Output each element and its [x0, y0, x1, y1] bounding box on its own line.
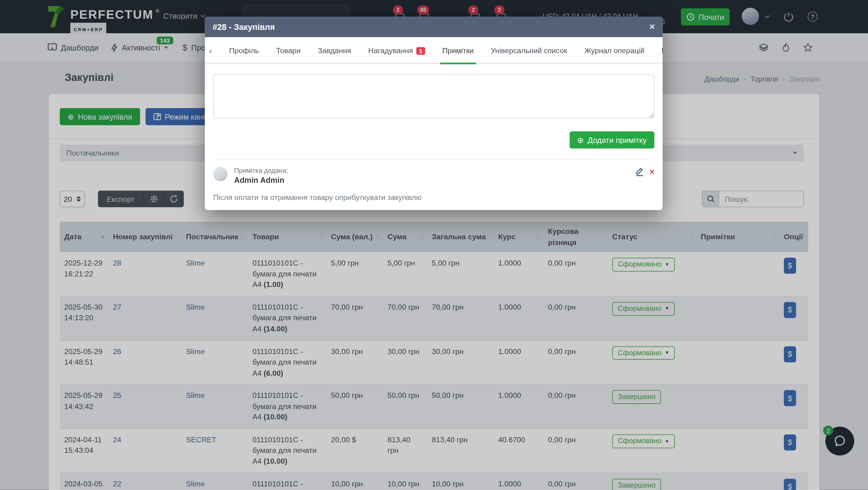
tab-5[interactable]: Примітки: [442, 37, 473, 64]
note-item: Примітка додана: Admin Admin ×: [213, 167, 654, 184]
note-text: Після оплати та отримання товару оприбут…: [213, 193, 654, 202]
tab-count-badge: 1: [416, 47, 425, 55]
tabs-scroll-left-icon[interactable]: ‹: [209, 37, 212, 64]
delete-note-icon[interactable]: ×: [650, 167, 654, 176]
tab-label: Універсальний список: [491, 47, 567, 55]
new-note-textarea[interactable]: [213, 74, 654, 119]
purchase-modal: #28 - Закупівля × ‹ ПрофільТовариЗавданн…: [205, 17, 663, 210]
tab-2[interactable]: Товари: [276, 37, 301, 64]
modal-tabs: ‹ ПрофільТовариЗавданняНагадування1Примі…: [205, 37, 663, 64]
note-added-label: Примітка додана:: [234, 167, 288, 175]
tab-4[interactable]: Нагадування1: [368, 37, 425, 64]
modal-body: ⊕ Додати примітку Примітка додана: Admin…: [205, 64, 663, 202]
tab-label: Товари: [276, 47, 301, 55]
note-author-name: Admin Admin: [234, 175, 288, 184]
tab-3[interactable]: Завдання: [318, 37, 351, 64]
tab-label: Примітки: [442, 47, 473, 55]
divider: [213, 160, 654, 160]
screenshot-root: PERFECTUM® CRM+ERP Створити 26522 USD: 4…: [0, 0, 868, 490]
tab-label: Профіль: [229, 47, 259, 55]
edit-pencil-icon[interactable]: [635, 167, 644, 176]
tab-1[interactable]: Профіль: [229, 37, 259, 64]
modal-title: #28 - Закупівля: [213, 22, 275, 31]
tab-label: Нагадування: [368, 47, 413, 55]
modal-header: #28 - Закупівля ×: [205, 17, 663, 37]
plus-circle-icon: ⊕: [577, 135, 584, 144]
note-author-avatar: [213, 167, 227, 181]
add-note-button[interactable]: ⊕ Додати примітку: [569, 132, 654, 149]
tab-8[interactable]: Вкла: [661, 37, 662, 64]
tab-6[interactable]: Універсальний список: [491, 37, 567, 64]
tab-label: Вкла: [661, 47, 662, 55]
close-icon[interactable]: ×: [650, 22, 655, 31]
tab-label: Журнал операцій: [584, 47, 644, 55]
tab-7[interactable]: Журнал операцій: [584, 37, 644, 64]
tab-label: Завдання: [318, 47, 351, 55]
